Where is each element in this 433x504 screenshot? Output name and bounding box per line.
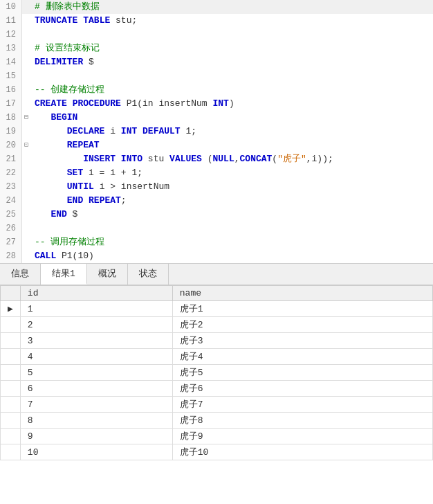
- code-line: 19 DECLARE i INT DEFAULT 1;: [0, 125, 433, 138]
- code-line: 16-- 创建存储过程: [0, 83, 433, 97]
- line-number: 10: [0, 0, 22, 14]
- tab-状态[interactable]: 状态: [128, 264, 169, 285]
- code-line: 17CREATE PROCEDURE P1(in insertNum INT): [0, 97, 433, 111]
- code-editor[interactable]: 10# 删除表中数据11TRUNCATE TABLE stu;1213# 设置结…: [0, 0, 433, 263]
- line-content: SET i = i + 1;: [30, 166, 433, 180]
- cell-name: 虎子7: [172, 397, 432, 413]
- line-number: 21: [0, 152, 22, 166]
- code-line: 14DELIMITER $: [0, 55, 433, 69]
- tabs-bar: 信息结果1概况状态: [0, 263, 433, 285]
- row-arrow: [1, 381, 21, 397]
- row-arrow: [1, 444, 21, 460]
- line-number: 18: [0, 111, 22, 125]
- line-content: # 设置结束标记: [30, 42, 433, 55]
- code-line: 10# 删除表中数据: [0, 0, 433, 14]
- line-content: # 删除表中数据: [30, 0, 433, 14]
- code-line: 12: [0, 28, 433, 42]
- line-content: UNTIL i > insertNum: [30, 180, 433, 194]
- line-content: INSERT INTO stu VALUES (NULL,CONCAT("虎子"…: [30, 152, 433, 166]
- table-row[interactable]: 7虎子7: [1, 397, 433, 413]
- table-row[interactable]: 2虎子2: [1, 317, 433, 333]
- row-arrow: [1, 429, 21, 444]
- table-header-arrow: [1, 286, 21, 301]
- table-row[interactable]: 9虎子9: [1, 429, 433, 444]
- code-line: 22 SET i = i + 1;: [0, 166, 433, 180]
- cell-name: 虎子8: [172, 413, 432, 429]
- line-content: BEGIN: [30, 111, 433, 125]
- cell-id: 10: [20, 444, 172, 460]
- line-content: CREATE PROCEDURE P1(in insertNum INT): [30, 97, 433, 111]
- fold-indicator[interactable]: ⊟: [22, 111, 30, 125]
- cell-name: 虎子10: [172, 444, 432, 460]
- table-row[interactable]: 5虎子5: [1, 365, 433, 381]
- cell-id: 2: [20, 317, 172, 333]
- code-line: 18⊟ BEGIN: [0, 111, 433, 125]
- tab-信息[interactable]: 信息: [0, 264, 41, 285]
- line-number: 22: [0, 166, 22, 180]
- line-content: END REPEAT;: [30, 194, 433, 208]
- table-row[interactable]: 10虎子10: [1, 444, 433, 460]
- line-content: END $: [30, 208, 433, 222]
- table-row[interactable]: 4虎子4: [1, 349, 433, 365]
- cell-name: 虎子1: [172, 301, 432, 317]
- cell-id: 5: [20, 365, 172, 381]
- cell-id: 7: [20, 397, 172, 413]
- fold-indicator[interactable]: ⊡: [22, 138, 30, 152]
- line-number: 19: [0, 125, 22, 138]
- row-arrow: [1, 413, 21, 429]
- row-arrow: [1, 333, 21, 349]
- line-content: CALL P1(10): [30, 249, 433, 263]
- cell-name: 虎子6: [172, 381, 432, 397]
- line-number: 14: [0, 55, 22, 69]
- line-content: DELIMITER $: [30, 55, 433, 69]
- table-row[interactable]: 8虎子8: [1, 413, 433, 429]
- row-arrow: [1, 397, 21, 413]
- tab-概况[interactable]: 概况: [87, 264, 128, 285]
- line-number: 16: [0, 83, 22, 97]
- tab-结果1[interactable]: 结果1: [41, 264, 87, 285]
- row-arrow: ▶: [1, 301, 21, 317]
- results-panel: idname▶1虎子12虎子23虎子34虎子45虎子56虎子67虎子78虎子89…: [0, 285, 433, 460]
- code-line: 23 UNTIL i > insertNum: [0, 180, 433, 194]
- cell-id: 3: [20, 333, 172, 349]
- code-line: 25 END $: [0, 208, 433, 222]
- line-number: 27: [0, 235, 22, 249]
- table-row[interactable]: 6虎子6: [1, 381, 433, 397]
- cell-name: 虎子4: [172, 349, 432, 365]
- line-number: 25: [0, 208, 22, 222]
- row-arrow: [1, 365, 21, 381]
- line-number: 20: [0, 138, 22, 152]
- cell-name: 虎子5: [172, 365, 432, 381]
- cell-name: 虎子3: [172, 333, 432, 349]
- cell-name: 虎子9: [172, 429, 432, 444]
- code-line: 15: [0, 69, 433, 83]
- code-line: 11TRUNCATE TABLE stu;: [0, 14, 433, 28]
- line-number: 13: [0, 42, 22, 55]
- row-arrow: [1, 349, 21, 365]
- line-content: -- 创建存储过程: [30, 83, 433, 97]
- cell-id: 4: [20, 349, 172, 365]
- line-number: 12: [0, 28, 22, 42]
- row-arrow: [1, 317, 21, 333]
- line-number: 28: [0, 249, 22, 263]
- table-header-id: id: [20, 286, 172, 301]
- line-content: REPEAT: [30, 138, 433, 152]
- code-line: 13# 设置结束标记: [0, 42, 433, 55]
- cell-id: 8: [20, 413, 172, 429]
- line-content: -- 调用存储过程: [30, 235, 433, 249]
- line-number: 15: [0, 69, 22, 83]
- code-line: 24 END REPEAT;: [0, 194, 433, 208]
- code-line: 21 INSERT INTO stu VALUES (NULL,CONCAT("…: [0, 152, 433, 166]
- line-number: 26: [0, 222, 22, 235]
- line-number: 11: [0, 14, 22, 28]
- table-header-name: name: [172, 286, 432, 301]
- result-table: idname▶1虎子12虎子23虎子34虎子45虎子56虎子67虎子78虎子89…: [0, 285, 433, 460]
- code-line: 27-- 调用存储过程: [0, 235, 433, 249]
- cell-name: 虎子2: [172, 317, 432, 333]
- line-number: 17: [0, 97, 22, 111]
- line-number: 23: [0, 180, 22, 194]
- table-row[interactable]: 3虎子3: [1, 333, 433, 349]
- table-row[interactable]: ▶1虎子1: [1, 301, 433, 317]
- cell-id: 6: [20, 381, 172, 397]
- code-line: 20⊡ REPEAT: [0, 138, 433, 152]
